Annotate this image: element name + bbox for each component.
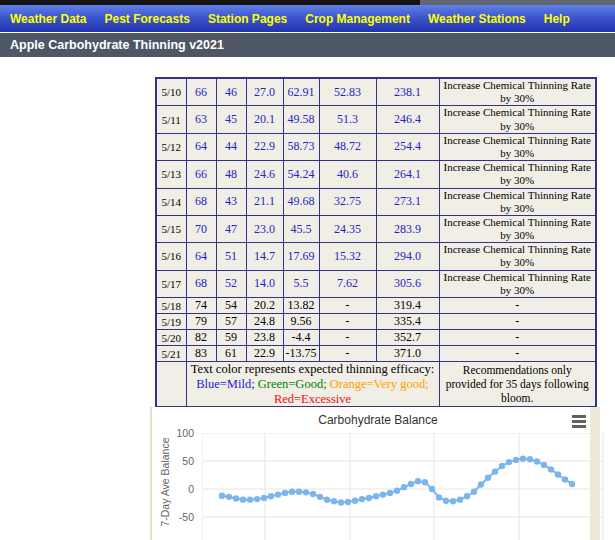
data-point [247,496,253,502]
value-cell: 254.4 [376,133,439,160]
data-point [457,496,463,502]
value-cell: 48 [216,161,246,188]
table-row: 5/10664627.062.9152.83238.1Increase Chem… [156,78,596,106]
value-cell: 79 [186,314,216,330]
data-point [331,498,337,504]
value-cell: 24.6 [246,161,283,188]
data-point [226,494,232,500]
value-cell: - [319,314,376,330]
chart-menu-icon[interactable] [572,415,586,430]
data-point [478,481,484,487]
data-point [324,496,330,502]
value-cell: 57 [216,314,246,330]
data-point [527,456,533,462]
table-row: 5/13664824.654.2440.6264.1Increase Chemi… [156,161,596,188]
date-cell: 5/15 [156,215,186,242]
data-point [254,496,260,502]
value-cell: 66 [186,78,216,106]
value-cell: 294.0 [376,243,439,270]
nav-item-station-pages[interactable]: Station Pages [208,12,287,26]
table-row: 5/18745420.213.82-319.4- [156,298,596,314]
value-cell: 283.9 [376,215,439,242]
recommendation-cell: - [439,314,596,330]
value-cell: -13.75 [283,346,319,362]
nav-item-weather-data[interactable]: Weather Data [10,12,86,26]
data-point [394,487,400,493]
value-cell: 14.0 [246,270,283,297]
legend-part: Blue=Mild; [196,377,254,391]
data-point [499,463,505,469]
recommendation-cell: Increase Chemical Thinning Rate by 30% [439,270,596,297]
value-cell: -4.4 [283,330,319,346]
recommendation-cell: Increase Chemical Thinning Rate by 30% [439,133,596,160]
recommendation-cell: Increase Chemical Thinning Rate by 30% [439,106,596,133]
data-point [387,490,393,496]
data-point [373,493,379,499]
value-cell: 27.0 [246,78,283,106]
table-row: 5/14684321.149.6832.75273.1Increase Chem… [156,188,596,215]
value-cell: 83 [186,346,216,362]
data-point [548,466,554,472]
data-point [408,481,414,487]
value-cell: 32.75 [319,188,376,215]
data-point [471,489,477,495]
value-cell: 68 [186,270,216,297]
nav-item-crop-management[interactable]: Crop Management [305,12,410,26]
recommendation-cell: - [439,298,596,314]
data-point [506,459,512,465]
y-tick-label: 100 [152,427,194,439]
date-cell: 5/21 [156,346,186,362]
date-cell: 5/16 [156,243,186,270]
value-cell: 45 [216,106,246,133]
date-cell: 5/19 [156,314,186,330]
data-point [233,495,239,501]
value-cell: 23.8 [246,330,283,346]
recommendation-cell: Increase Chemical Thinning Rate by 30% [439,188,596,215]
data-point [443,498,449,504]
value-cell: 23.0 [246,215,283,242]
value-cell: 22.9 [246,133,283,160]
value-cell: 49.68 [283,188,319,215]
nav-item-weather-stations[interactable]: Weather Stations [428,12,526,26]
recommendation-cell: Increase Chemical Thinning Rate by 30% [439,161,596,188]
value-cell: 51 [216,243,246,270]
chart-right-border [590,407,600,540]
legend-part: Green=Good; [255,377,327,391]
nav-item-help[interactable]: Help [544,12,570,26]
data-point [415,478,421,484]
data-point [338,499,344,505]
table-row: 5/15704723.045.524.35283.9Increase Chemi… [156,215,596,242]
nav-item-pest-forecasts[interactable]: Pest Forecasts [104,12,189,26]
data-point [317,494,323,500]
recommendation-cell: Increase Chemical Thinning Rate by 30% [439,243,596,270]
data-point [485,475,491,481]
data-point [429,486,435,492]
y-tick-label: 50 [152,455,194,467]
value-cell: 21.1 [246,188,283,215]
value-cell: 58.73 [283,133,319,160]
date-cell: 5/10 [156,78,186,106]
value-cell: 74 [186,298,216,314]
value-cell: 52 [216,270,246,297]
table-row: 5/16645114.717.6915.32294.0Increase Chem… [156,243,596,270]
value-cell: 24.35 [319,215,376,242]
value-cell: 22.9 [246,346,283,362]
value-cell: 59 [216,330,246,346]
table-row: 5/12644422.958.7348.72254.4Increase Chem… [156,133,596,160]
data-point [450,498,456,504]
data-point [534,458,540,464]
data-point [555,471,561,477]
data-point [401,484,407,490]
value-cell: 305.6 [376,270,439,297]
date-cell: 5/17 [156,270,186,297]
value-cell: 20.1 [246,106,283,133]
date-cell: 5/18 [156,298,186,314]
recommendation-note: Recommendations only provided for 35 day… [439,362,596,408]
value-cell: 17.69 [283,243,319,270]
value-cell: 7.62 [319,270,376,297]
data-point [345,499,351,505]
date-cell: 5/12 [156,133,186,160]
value-cell: 66 [186,161,216,188]
efficacy-legend: Text color represents expected thinning … [186,362,439,408]
value-cell: 5.5 [283,270,319,297]
